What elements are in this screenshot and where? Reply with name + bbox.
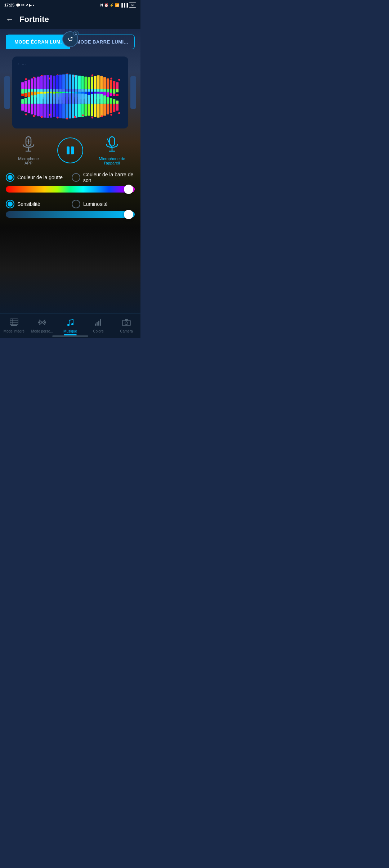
svg-rect-28 [72, 75, 74, 89]
mic-app-option[interactable]: Microphone APP [14, 136, 43, 165]
svg-rect-19 [44, 75, 46, 89]
svg-rect-159 [94, 104, 97, 117]
nav-item-musique[interactable]: Musique [56, 316, 84, 335]
svg-point-178 [118, 112, 120, 114]
color-bar-radio[interactable] [72, 173, 80, 182]
mic-controls: Microphone APP [9, 136, 132, 165]
svg-rect-166 [116, 104, 119, 110]
color-goutte-radio[interactable] [6, 173, 14, 182]
svg-point-198 [44, 321, 46, 324]
color-bar-option[interactable]: Couleur de la barre de son [72, 172, 135, 183]
svg-rect-133 [110, 98, 112, 104]
svg-rect-162 [103, 104, 106, 116]
battery-icon: 53 [129, 3, 136, 8]
svg-rect-112 [44, 94, 46, 104]
svg-rect-139 [31, 104, 33, 114]
nav-text-mode-perso: Mode perso... [31, 329, 53, 333]
pause-button[interactable] [57, 137, 83, 163]
svg-point-11 [118, 79, 120, 81]
svg-rect-25 [62, 74, 65, 89]
mode-screen-tab[interactable]: MODE ÉCRAN LUM. [6, 35, 70, 49]
svg-rect-38 [103, 77, 106, 89]
sens-slider[interactable] [6, 211, 135, 218]
nav-icon-musique [66, 318, 75, 328]
svg-point-173 [74, 116, 76, 118]
svg-rect-134 [113, 99, 115, 104]
nav-icon-mode-perso [38, 318, 46, 328]
svg-rect-21 [50, 75, 52, 89]
lum-option[interactable]: Luminosité [72, 200, 135, 208]
svg-rect-143 [44, 104, 46, 118]
top-nav: ← Fortnite [0, 10, 140, 29]
svg-rect-156 [84, 104, 87, 116]
sens-thumb[interactable] [124, 210, 133, 219]
svg-rect-20 [46, 75, 49, 89]
svg-rect-154 [78, 104, 81, 117]
nav-item-colore[interactable]: Coloré [84, 316, 112, 335]
svg-rect-204 [100, 319, 101, 326]
svg-rect-35 [94, 76, 97, 89]
mode-bar-tab[interactable]: MODE BARRE LUMI... [70, 35, 134, 49]
svg-rect-137 [24, 104, 27, 112]
svg-rect-150 [66, 104, 68, 119]
lum-radio[interactable] [72, 200, 80, 208]
wifi-icon: 📶 [115, 3, 119, 7]
page-title: Fortnite [19, 15, 49, 24]
svg-rect-17 [37, 77, 40, 89]
color-goutte-option[interactable]: Couleur de la goutte [6, 173, 69, 182]
svg-rect-157 [88, 104, 90, 116]
svg-rect-124 [81, 94, 84, 104]
nav-text-mode-integre: Mode intégré [4, 329, 24, 333]
main-content: MODE ÉCRAN LUM. MODE BARRE LUMI... ↺ 1 ←… [0, 29, 140, 313]
svg-rect-120 [69, 93, 71, 104]
svg-point-171 [57, 117, 58, 118]
svg-rect-23 [56, 75, 59, 89]
svg-rect-110 [37, 94, 40, 104]
refresh-button[interactable]: ↺ 1 [62, 31, 78, 47]
color-row: Couleur de la goutte Couleur de la barre… [0, 167, 140, 185]
svg-rect-158 [91, 104, 93, 116]
sens-label: Sensibilité [17, 201, 40, 207]
svg-rect-26 [66, 74, 68, 89]
svg-rect-43 [21, 89, 24, 94]
svg-rect-109 [34, 95, 36, 104]
visualizer-card[interactable]: ←··· [12, 56, 128, 128]
nav-item-camera[interactable]: Caméra [112, 316, 140, 335]
svg-rect-27 [69, 74, 71, 89]
nav-item-mode-perso[interactable]: Mode perso... [28, 316, 56, 335]
back-button[interactable]: ← [6, 15, 14, 24]
svg-rect-190 [10, 319, 18, 325]
spectrum-thumb[interactable] [124, 185, 133, 194]
svg-rect-119 [66, 93, 68, 104]
svg-rect-185 [71, 146, 74, 154]
bluetooth-icon: ⚡ [109, 3, 114, 7]
svg-rect-148 [59, 104, 62, 118]
sens-option[interactable]: Sensibilité [6, 200, 69, 208]
svg-rect-24 [59, 75, 62, 89]
svg-point-168 [33, 115, 35, 117]
svg-rect-201 [95, 324, 96, 326]
spectrum-slider[interactable] [6, 186, 135, 193]
svg-rect-111 [40, 94, 43, 104]
svg-rect-207 [125, 319, 128, 321]
svg-point-167 [25, 113, 27, 115]
svg-rect-184 [67, 146, 70, 154]
svg-point-10 [110, 77, 112, 79]
svg-rect-142 [40, 104, 43, 117]
nav-item-mode-integre[interactable]: Mode intégré [0, 316, 28, 335]
mic-device-option[interactable]: Microphone de l'appareil [98, 136, 126, 165]
svg-rect-125 [84, 94, 87, 104]
svg-point-177 [110, 114, 112, 116]
svg-point-172 [66, 118, 68, 119]
svg-rect-102 [110, 93, 112, 96]
sens-radio[interactable] [6, 200, 14, 208]
svg-rect-73 [116, 89, 119, 92]
svg-point-176 [101, 116, 103, 117]
svg-rect-149 [62, 104, 65, 118]
status-bar: 17:25 💬 ✉ ↗ ▶ • N ⏰ ⚡ 📶 ▐▐▐ 53 [0, 0, 140, 10]
svg-rect-29 [75, 75, 77, 89]
svg-rect-22 [53, 76, 55, 89]
visualizer-section: ←··· [0, 49, 140, 131]
svg-rect-16 [34, 77, 36, 89]
lum-label: Luminosité [83, 201, 108, 207]
